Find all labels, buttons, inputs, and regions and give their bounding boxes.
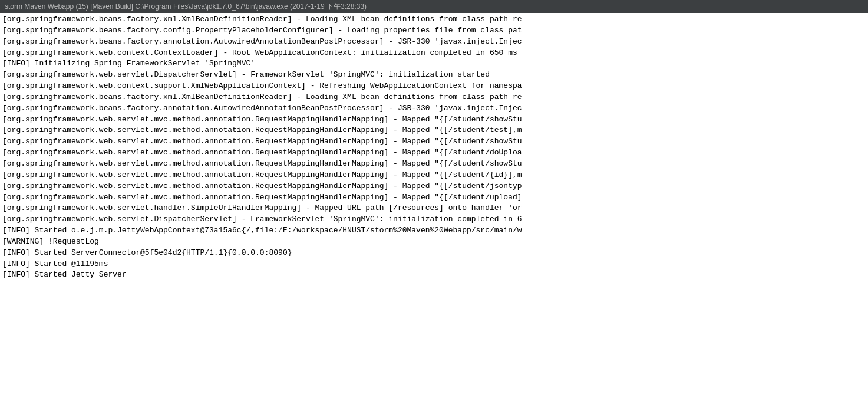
log-line: [org.springframework.beans.factory.xml.X…: [2, 14, 866, 25]
log-line: [org.springframework.web.servlet.mvc.met…: [2, 114, 866, 126]
log-line: [org.springframework.web.servlet.mvc.met…: [2, 181, 866, 192]
log-line: [org.springframework.web.servlet.mvc.met…: [2, 125, 866, 136]
log-line: [org.springframework.web.servlet.mvc.met…: [2, 136, 866, 147]
log-line: [INFO] Started @11195ms: [2, 259, 866, 270]
log-line: [org.springframework.beans.factory.xml.X…: [2, 92, 866, 103]
log-line: [org.springframework.web.servlet.mvc.met…: [2, 170, 866, 181]
log-line: [INFO] Started o.e.j.m.p.JettyWebAppCont…: [2, 225, 866, 236]
log-line: [org.springframework.beans.factory.annot…: [2, 103, 866, 114]
log-line: [org.springframework.beans.factory.annot…: [2, 37, 866, 48]
log-line: [org.springframework.web.servlet.mvc.met…: [2, 159, 866, 170]
log-line: [org.springframework.web.context.support…: [2, 81, 866, 92]
log-line: [org.springframework.web.servlet.Dispatc…: [2, 214, 866, 225]
log-line: [org.springframework.web.servlet.mvc.met…: [2, 192, 866, 203]
log-line: [INFO] Started ServerConnector@5f5e04d2{…: [2, 248, 866, 259]
log-line: [org.springframework.web.servlet.handler…: [2, 203, 866, 214]
title-bar: storm Maven Webapp (15) [Maven Build] C:…: [0, 0, 868, 13]
log-line: [org.springframework.web.servlet.mvc.met…: [2, 147, 866, 159]
log-line: [org.springframework.beans.factory.confi…: [2, 25, 866, 37]
log-line: [WARNING] !RequestLog: [2, 236, 866, 248]
log-line: [INFO] Initializing Spring FrameworkServ…: [2, 58, 866, 70]
console-area: [org.springframework.beans.factory.xml.X…: [0, 13, 868, 408]
log-line: [INFO] Started Jetty Server: [2, 269, 866, 281]
title-bar-text: storm Maven Webapp (15) [Maven Build] C:…: [5, 2, 367, 12]
log-line: [org.springframework.web.context.Context…: [2, 48, 866, 59]
log-line: [org.springframework.web.servlet.Dispatc…: [2, 70, 866, 81]
